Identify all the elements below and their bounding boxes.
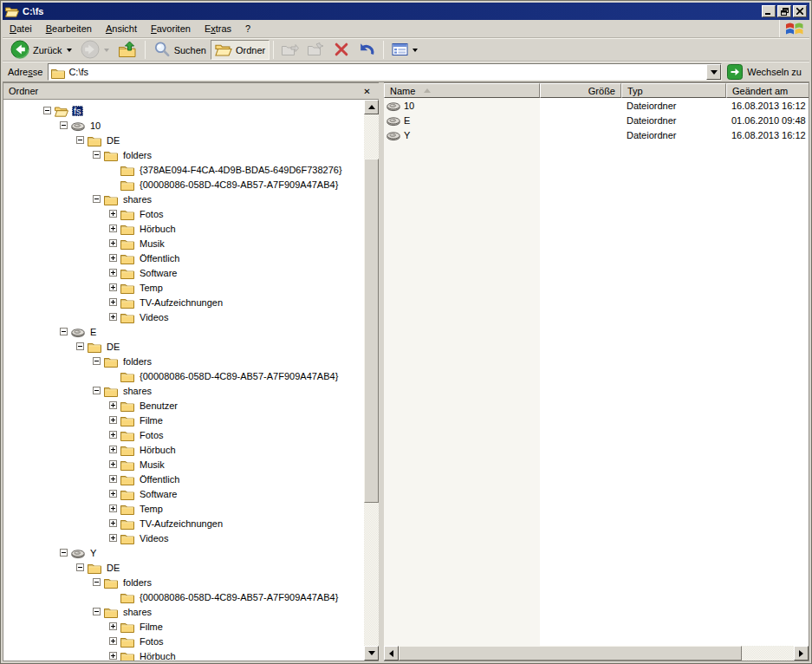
tree-item[interactable]: folders [3,147,364,162]
tree-item-label[interactable]: shares [121,194,153,205]
menu-item-ansicht[interactable]: Ansicht [99,21,144,36]
delete-button[interactable] [329,40,354,60]
tree-item[interactable]: {378AE094-F4CA-4D9B-BDA5-649D6F738276} [3,162,364,177]
expand-plus-icon[interactable] [109,446,117,453]
table-row[interactable]: EDateiordner01.06.2010 09:48 [384,113,809,127]
tree-item[interactable]: DE [3,560,364,575]
tree-item[interactable]: Öffentlich [3,472,364,486]
tree-item-label[interactable]: shares [121,386,153,396]
tree-item-label[interactable]: {00008086-058D-4C89-AB57-A7F909A47AB4} [138,371,340,381]
close-button[interactable] [793,5,807,17]
tree-item[interactable]: TV-Aufzeichnungen [3,516,364,531]
expand-plus-icon[interactable] [109,210,117,218]
tree-item[interactable]: Fotos [3,427,364,442]
scroll-track[interactable] [399,646,794,661]
tree-item-label[interactable]: 10 [88,120,102,131]
collapse-minus-icon[interactable] [76,342,84,350]
expand-plus-icon[interactable] [109,298,117,306]
expand-plus-icon[interactable] [109,534,117,542]
tree-item[interactable]: {00008086-058D-4C89-AB57-A7F909A47AB4} [3,177,364,192]
tree-item-label[interactable]: shares [121,607,153,617]
collapse-minus-icon[interactable] [60,328,68,335]
tree-item[interactable]: 10 [3,118,364,133]
column-header-gre[interactable]: Größe [540,83,621,98]
tree-item-label[interactable]: E [88,327,98,337]
tree-item-label[interactable]: TV-Aufzeichnungen [138,518,224,529]
tree-item[interactable]: Temp [3,501,364,516]
tree-item[interactable]: Fotos [3,206,364,221]
tree-item[interactable]: fs [3,103,364,118]
tree-item-label[interactable]: Hörbuch [138,224,178,234]
expand-plus-icon[interactable] [109,269,117,277]
address-input[interactable]: C:\fs [48,63,722,81]
tree-item-label[interactable]: folders [121,577,153,588]
scroll-down-button[interactable] [364,646,379,661]
tree-item[interactable]: DE [3,133,364,147]
expand-plus-icon[interactable] [109,637,117,645]
tree-item[interactable]: Hörbuch [3,221,364,236]
tree-item[interactable]: Hörbuch [3,648,364,661]
tree-item[interactable]: Musik [3,236,364,251]
minimize-button[interactable] [762,5,776,17]
title-bar[interactable]: C:\fs [3,3,809,20]
tree-item[interactable]: TV-Aufzeichnungen [3,295,364,309]
expand-plus-icon[interactable] [109,652,117,660]
tree-item-label[interactable]: fs [72,106,83,116]
expand-plus-icon[interactable] [109,416,117,424]
expand-plus-icon[interactable] [109,254,117,262]
suchen-button[interactable]: Suchen [149,40,211,60]
tree-item-label[interactable]: Temp [138,283,165,293]
up-button[interactable] [114,40,141,60]
tree-item[interactable]: Musik [3,457,364,472]
expand-plus-icon[interactable] [109,283,117,291]
collapse-minus-icon[interactable] [93,195,101,203]
tree-vertical-scrollbar[interactable] [364,100,379,661]
tree-item[interactable]: Videos [3,531,364,545]
tree-item[interactable]: Software [3,486,364,501]
tree-item-label[interactable]: Temp [138,504,165,514]
scroll-left-button[interactable] [384,646,399,661]
tree-item[interactable]: shares [3,604,364,619]
expand-plus-icon[interactable] [109,490,117,498]
tree-item-label[interactable]: Musik [138,459,166,470]
restore-button[interactable] [777,5,791,17]
expand-plus-icon[interactable] [109,225,117,232]
scroll-right-button[interactable] [794,646,809,661]
tree-item-label[interactable]: Software [138,489,179,499]
file-name-label[interactable]: 10 [404,101,414,111]
tree-item-label[interactable]: Software [138,268,179,278]
column-header-name[interactable]: Name [384,83,540,98]
tree-item[interactable]: Videos [3,309,364,324]
tree-item[interactable]: Software [3,265,364,280]
panel-close-icon[interactable]: ✕ [361,85,374,97]
scroll-track[interactable] [364,114,379,646]
tree-item[interactable]: Hörbuch [3,442,364,457]
expand-plus-icon[interactable] [109,622,117,630]
collapse-minus-icon[interactable] [93,357,101,365]
collapse-minus-icon[interactable] [93,387,101,394]
tree-item-label[interactable]: folders [121,356,153,367]
tree-item-label[interactable]: Videos [138,533,170,544]
collapse-minus-icon[interactable] [76,563,84,571]
scroll-thumb[interactable] [364,159,379,503]
collapse-minus-icon[interactable] [93,578,101,586]
tree-item[interactable]: {00008086-058D-4C89-AB57-A7F909A47AB4} [3,368,364,383]
tree-item[interactable]: Fotos [3,634,364,648]
expand-plus-icon[interactable] [109,519,117,527]
tree-item[interactable]: Öffentlich [3,251,364,265]
zurück-button[interactable]: Zurück [6,40,76,60]
menu-item-bearbeiten[interactable]: Bearbeiten [39,21,99,36]
column-header-gendertam[interactable]: Geändert am [726,83,809,98]
tree-item[interactable]: DE [3,339,364,354]
tree-item[interactable]: E [3,324,364,339]
tree-item[interactable]: {00008086-058D-4C89-AB57-A7F909A47AB4} [3,589,364,604]
expand-plus-icon[interactable] [109,475,117,483]
tree-item[interactable]: folders [3,354,364,368]
tree-item-label[interactable]: Musik [138,238,166,249]
tree-item-label[interactable]: folders [121,150,153,160]
tree-item-label[interactable]: Fotos [138,430,166,440]
tree-item[interactable]: Y [3,545,364,560]
table-row[interactable]: YDateiordner16.08.2013 16:12 [384,127,809,142]
tree-item[interactable]: shares [3,383,364,398]
expand-plus-icon[interactable] [109,313,117,321]
